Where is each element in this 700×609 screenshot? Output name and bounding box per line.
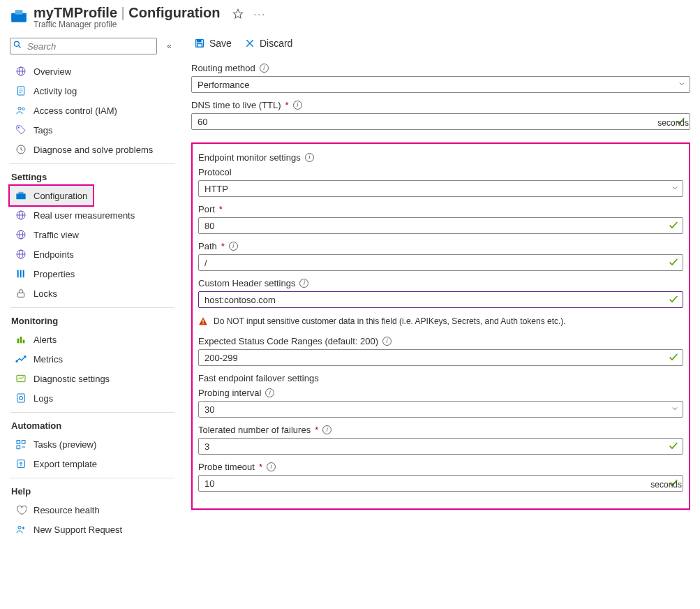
probe-timeout-label: Probe timeout	[198, 462, 255, 472]
field-protocol: Protocol HTTP	[198, 167, 683, 197]
probing-interval-value: 30	[204, 404, 214, 415]
support-icon	[15, 524, 27, 535]
endpoint-monitor-section-title: Endpoint monitor settings i	[198, 152, 683, 163]
probe-timeout-input[interactable]	[198, 475, 683, 492]
dns-ttl-label: DNS time to live (TTL)	[191, 100, 281, 110]
info-icon[interactable]: i	[382, 337, 392, 346]
svg-rect-28	[20, 270, 22, 278]
heart-icon	[15, 504, 27, 515]
sidebar-item-overview[interactable]: Overview	[10, 61, 174, 81]
path-input[interactable]	[198, 254, 683, 271]
svg-rect-49	[198, 40, 201, 42]
discard-button[interactable]: Discard	[244, 38, 292, 49]
sidebar-item-properties[interactable]: Properties	[10, 264, 174, 284]
info-icon[interactable]: i	[293, 101, 302, 110]
svg-rect-31	[17, 339, 20, 344]
nav-group-title: Settings	[10, 168, 174, 186]
info-icon[interactable]: i	[265, 388, 274, 397]
collapse-sidebar-icon[interactable]: «	[164, 41, 174, 51]
sidebar-item-diagnose[interactable]: Diagnose and solve problems	[10, 140, 174, 159]
resource-type-icon	[10, 7, 28, 25]
sidebar-item-label: Locks	[33, 288, 57, 299]
port-input[interactable]	[198, 217, 683, 234]
routing-method-value: Performance	[198, 80, 249, 90]
info-icon[interactable]: i	[322, 425, 332, 434]
routing-method-dropdown[interactable]: Performance	[191, 76, 690, 93]
sidebar-item-logs[interactable]: Logs	[10, 388, 174, 408]
nav-group-title: Help	[10, 483, 174, 500]
main-content: Save Discard Routing method i Performanc…	[181, 31, 700, 609]
sidebar-item-label: Logs	[33, 393, 53, 404]
protocol-dropdown[interactable]: HTTP	[198, 180, 683, 197]
svg-rect-39	[17, 441, 20, 444]
port-label: Port	[198, 204, 215, 214]
sidebar-item-traffic-view[interactable]: Traffic view	[10, 225, 174, 244]
activity-icon	[15, 85, 27, 96]
sidebar-item-label: Endpoints	[33, 249, 74, 260]
svg-rect-1	[15, 10, 23, 14]
sidebar-item-activity-log[interactable]: Activity log	[10, 81, 174, 101]
sidebar-item-diagnostic-settings[interactable]: Diagnostic settings	[10, 369, 174, 388]
sidebar-item-alerts[interactable]: Alerts	[10, 330, 174, 349]
field-port: Port *	[198, 204, 683, 234]
nav-group-title: Automation	[10, 417, 174, 434]
sidebar-search[interactable]	[10, 38, 157, 54]
warning-icon	[198, 316, 208, 326]
sidebar-item-metrics[interactable]: Metrics	[10, 349, 174, 369]
svg-rect-41	[17, 446, 20, 449]
search-input[interactable]	[10, 38, 157, 54]
sidebar-item-label: Diagnostic settings	[33, 374, 110, 384]
sidebar-item-label: Export template	[33, 459, 97, 469]
info-icon[interactable]: i	[299, 279, 308, 288]
sidebar-item-endpoints[interactable]: Endpoints	[10, 244, 174, 264]
svg-rect-29	[23, 270, 24, 278]
tolerated-failures-input[interactable]	[198, 438, 683, 455]
svg-rect-54	[202, 320, 203, 323]
sidebar-item-label: Overview	[33, 66, 71, 77]
probe-timeout-unit: seconds	[650, 480, 682, 490]
config-icon	[15, 190, 27, 201]
diagnose-icon	[15, 144, 27, 155]
info-icon[interactable]: i	[305, 153, 314, 162]
diag-icon	[15, 373, 27, 384]
sidebar-item-new-support-request[interactable]: New Support Request	[10, 520, 174, 539]
info-icon[interactable]: i	[267, 462, 276, 471]
svg-rect-17	[19, 192, 24, 195]
info-icon[interactable]: i	[229, 242, 238, 251]
sidebar-item-label: Real user measurements	[33, 210, 135, 221]
status-codes-input[interactable]	[198, 349, 683, 366]
sidebar-item-label: Alerts	[33, 335, 57, 345]
favorite-star-icon[interactable]	[232, 8, 244, 20]
sidebar-item-access-control[interactable]: Access control (IAM)	[10, 101, 174, 120]
dns-ttl-input[interactable]	[191, 113, 690, 130]
probing-interval-dropdown[interactable]: 30	[198, 401, 683, 418]
failover-section-title: Fast endpoint failover settings	[198, 373, 683, 383]
sidebar-item-label: Diagnose and solve problems	[33, 145, 153, 155]
sidebar-item-configuration[interactable]: Configuration	[10, 186, 93, 205]
tag-icon	[15, 124, 27, 135]
svg-rect-27	[17, 270, 19, 278]
discard-button-label: Discard	[260, 38, 292, 49]
save-button[interactable]: Save	[194, 38, 232, 49]
command-bar: Save Discard	[191, 31, 690, 56]
logs-icon	[15, 392, 27, 404]
probing-interval-label: Probing interval	[198, 388, 261, 398]
svg-rect-32	[20, 337, 22, 343]
sidebar-item-label: Tags	[33, 125, 52, 135]
sidebar-item-real-user-measurements[interactable]: Real user measurements	[10, 205, 174, 225]
sidebar-item-label: Traffic view	[33, 230, 79, 240]
alert-icon	[15, 334, 27, 345]
sidebar-item-label: Metrics	[33, 354, 63, 365]
info-icon[interactable]: i	[260, 64, 269, 73]
more-menu-icon[interactable]: ···	[253, 8, 266, 20]
sidebar-item-export-template[interactable]: Export template	[10, 454, 174, 474]
sidebar-item-tags[interactable]: Tags	[10, 120, 174, 140]
sidebar-item-tasks-preview[interactable]: Tasks (preview)	[10, 434, 174, 454]
sidebar: « OverviewActivity logAccess control (IA…	[0, 31, 181, 609]
globe-icon	[15, 229, 27, 240]
protocol-label: Protocol	[198, 167, 232, 177]
sidebar-item-locks[interactable]: Locks	[10, 284, 174, 303]
sidebar-item-resource-health[interactable]: Resource health	[10, 500, 174, 520]
custom-header-input[interactable]	[198, 291, 683, 308]
svg-marker-2	[234, 9, 243, 18]
